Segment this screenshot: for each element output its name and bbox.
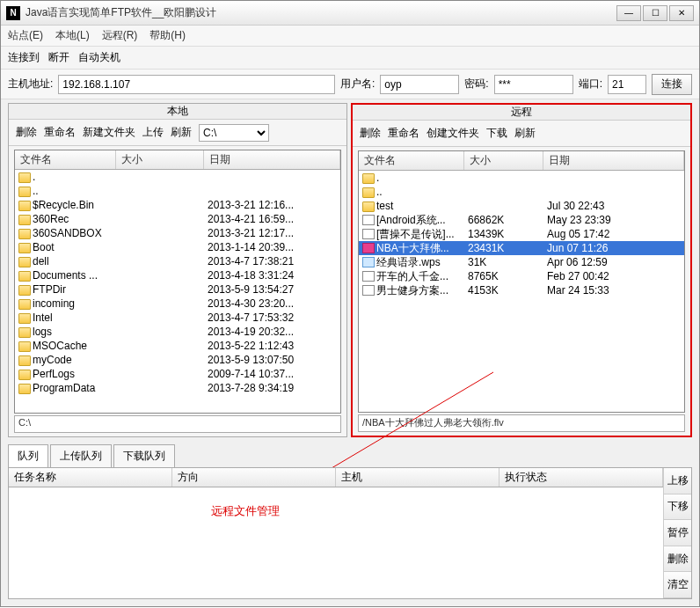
queue-clear[interactable]: 清空 — [664, 572, 691, 598]
folder-icon — [362, 187, 375, 198]
table-row[interactable]: PerfLogs2009-7-14 10:37... — [15, 367, 340, 381]
local-delete[interactable]: 删除 — [16, 125, 37, 140]
queue-table: 任务名称 方向 主机 执行状态 远程文件管理 上移 下移 暂停 删除 清空 — [8, 467, 692, 599]
folder-icon — [18, 313, 31, 324]
menu-local[interactable]: 本地(L) — [55, 28, 90, 43]
file-icon — [362, 215, 375, 225]
local-title: 本地 — [9, 104, 346, 120]
table-row[interactable]: 开车的人千金...8765KFeb 27 00:42 — [359, 269, 684, 283]
remote-download[interactable]: 下载 — [486, 126, 507, 141]
folder-icon — [18, 201, 31, 211]
folder-icon — [18, 341, 31, 352]
local-col-name[interactable]: 文件名 — [15, 150, 116, 169]
folder-icon — [18, 370, 31, 380]
table-row[interactable]: Documents ...2013-4-18 3:31:24 — [15, 268, 340, 282]
local-table[interactable]: 文件名 大小 日期 ...$Recycle.Bin2013-3-21 12:16… — [14, 150, 341, 414]
tab-download[interactable]: 下载队列 — [113, 444, 175, 467]
wps-icon — [362, 257, 375, 267]
queue-up[interactable]: 上移 — [664, 468, 691, 494]
local-upload[interactable]: 上传 — [142, 125, 164, 140]
local-refresh[interactable]: 刷新 — [171, 125, 192, 140]
table-row[interactable]: myCode2013-5-9 13:07:50 — [15, 353, 340, 367]
queue-delete[interactable]: 删除 — [664, 546, 691, 573]
table-row[interactable]: 男士健身方案...4153KMar 24 15:33 — [359, 283, 684, 297]
table-row[interactable]: $Recycle.Bin2013-3-21 12:16... — [15, 198, 340, 212]
remote-toolbar: 删除 重命名 创建文件夹 下载 刷新 — [353, 121, 690, 147]
remote-newfolder[interactable]: 创建文件夹 — [427, 126, 479, 141]
folder-icon — [18, 355, 31, 366]
table-row[interactable]: . — [359, 171, 684, 185]
connect-button[interactable]: 连接 — [652, 74, 692, 95]
titlebar: N Java语言实现简单FTP软件__欧阳鹏设计 — ☐ ✕ — [1, 1, 699, 26]
port-input[interactable] — [608, 75, 646, 94]
remote-title: 远程 — [353, 105, 690, 121]
table-row[interactable]: MSOCache2013-5-22 1:12:43 — [15, 339, 340, 353]
table-row[interactable]: 360SANDBOX2013-3-21 12:17... — [15, 226, 340, 240]
remote-col-name[interactable]: 文件名 — [359, 151, 464, 170]
table-row[interactable]: .. — [15, 184, 340, 198]
local-col-size[interactable]: 大小 — [116, 150, 204, 169]
folder-icon — [18, 229, 31, 239]
table-row[interactable]: dell2013-4-7 17:38:21 — [15, 254, 340, 268]
tab-upload[interactable]: 上传队列 — [50, 444, 112, 467]
local-rename[interactable]: 重命名 — [44, 125, 76, 140]
remote-pane: 远程 删除 重命名 创建文件夹 下载 刷新 文件名 大小 日期 ...testJ… — [351, 103, 692, 437]
table-row[interactable]: 360Rec2013-4-21 16:59... — [15, 212, 340, 226]
table-row[interactable]: testJul 30 22:43 — [359, 199, 684, 213]
tab-queue[interactable]: 队列 — [8, 444, 48, 467]
qcol-host[interactable]: 主机 — [336, 468, 499, 487]
drive-select[interactable]: C:\ — [199, 124, 269, 142]
disconnect[interactable]: 断开 — [48, 50, 69, 65]
remote-refresh[interactable]: 刷新 — [514, 126, 536, 141]
port-label: 端口: — [579, 77, 602, 92]
auto-poweroff[interactable]: 自动关机 — [78, 50, 120, 65]
minimize-button[interactable]: — — [616, 5, 641, 21]
local-col-date[interactable]: 日期 — [204, 150, 340, 169]
qcol-status[interactable]: 执行状态 — [499, 468, 663, 487]
toolbar: 连接到 断开 自动关机 — [1, 47, 699, 70]
local-newfolder[interactable]: 新建文件夹 — [83, 125, 135, 140]
queue-down[interactable]: 下移 — [664, 494, 691, 521]
file-icon — [362, 229, 375, 239]
table-row[interactable]: ProgramData2013-7-28 9:34:19 — [15, 381, 340, 395]
local-path: C:\ — [14, 415, 341, 433]
menu-remote[interactable]: 远程(R) — [102, 28, 138, 43]
user-input[interactable] — [380, 75, 459, 94]
connect-to[interactable]: 连接到 — [8, 50, 40, 65]
annotation-label: 远程文件管理 — [211, 503, 280, 519]
qcol-dir[interactable]: 方向 — [172, 468, 336, 487]
pass-label: 密码: — [464, 77, 488, 92]
folder-icon — [362, 173, 375, 184]
table-row[interactable]: [Android系统...66862KMay 23 23:39 — [359, 213, 684, 227]
queue-side-buttons: 上移 下移 暂停 删除 清空 — [663, 468, 691, 598]
close-button[interactable]: ✕ — [669, 5, 694, 21]
folder-icon — [18, 215, 31, 225]
table-row[interactable]: Boot2013-1-14 20:39... — [15, 240, 340, 254]
folder-icon — [18, 187, 31, 197]
table-row[interactable]: incoming2013-4-30 23:20... — [15, 297, 340, 311]
table-row[interactable]: FTPDir2013-5-9 13:54:27 — [15, 282, 340, 297]
menu-site[interactable]: 站点(E) — [8, 28, 43, 43]
remote-rename[interactable]: 重命名 — [388, 126, 419, 141]
table-row[interactable]: .. — [359, 185, 684, 199]
app-icon: N — [6, 6, 20, 20]
table-row[interactable]: Intel2013-4-7 17:53:32 — [15, 311, 340, 325]
remote-col-date[interactable]: 日期 — [543, 151, 684, 170]
remote-delete[interactable]: 删除 — [360, 126, 381, 141]
table-row[interactable]: logs2013-4-19 20:32... — [15, 325, 340, 339]
remote-path: /NBA十大拜佛过人弗老大领衔.flv — [358, 414, 685, 432]
remote-col-size[interactable]: 大小 — [464, 151, 543, 170]
pass-input[interactable] — [494, 75, 573, 94]
queue-pause[interactable]: 暂停 — [664, 520, 691, 546]
table-row[interactable]: . — [15, 170, 340, 184]
host-input[interactable] — [58, 75, 335, 94]
table-row[interactable]: 经典语录.wps31KApr 06 12:59 — [359, 255, 684, 269]
menu-help[interactable]: 帮助(H) — [149, 28, 186, 43]
folder-icon — [18, 384, 31, 394]
table-row[interactable]: [曹操不是传说]...13439KAug 05 17:42 — [359, 227, 684, 241]
maximize-button[interactable]: ☐ — [643, 5, 667, 21]
remote-table[interactable]: 文件名 大小 日期 ...testJul 30 22:43[Android系统.… — [358, 150, 685, 413]
table-row[interactable]: NBA十大拜佛...23431KJun 07 11:26 — [359, 241, 684, 255]
folder-icon — [18, 257, 31, 267]
qcol-task[interactable]: 任务名称 — [9, 468, 172, 487]
